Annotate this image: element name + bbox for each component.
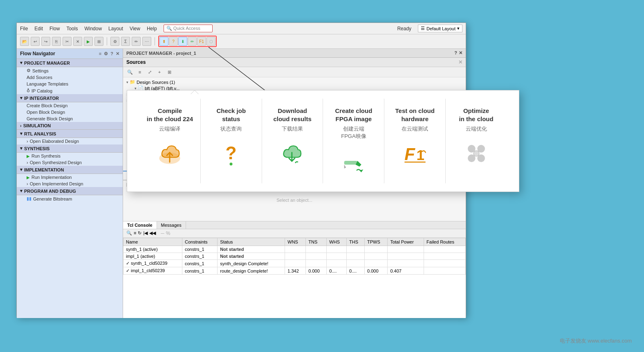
nav-item-open-block[interactable]: Open Block Design [17, 109, 123, 115]
menu-view[interactable]: View [130, 26, 140, 32]
cloud-item-create-fpga[interactable]: Create cloud FPGA image创建云端 FPGA映像 [323, 99, 384, 183]
col-tpws: TPWS [365, 238, 388, 246]
toolbar-bookmark-btn[interactable]: ⊞ [94, 37, 103, 46]
toolbar-cut-btn[interactable]: ✂ [63, 37, 72, 46]
nav-section-rtl[interactable]: ▾ RTL ANALYSIS [17, 130, 123, 138]
console-filter-btn[interactable]: ≡ [134, 230, 136, 236]
menu-flow[interactable]: Flow [49, 26, 60, 32]
toolbar-cloud-pencil-btn[interactable]: ✏ [188, 37, 197, 46]
menu-file[interactable]: File [20, 26, 28, 32]
svg-text:F: F [404, 144, 415, 164]
table-row[interactable]: ✓ synth_1_cld50239constrs_1synth_design … [123, 260, 466, 267]
popup-content: Compile in the cloud 224云端编译 Check job s… [127, 90, 519, 192]
console-refresh-btn[interactable]: ↻ [138, 230, 141, 236]
nav-item-gen-block[interactable]: Generate Block Design [17, 115, 123, 122]
nav-item-open-implemented[interactable]: › Open Implemented Design [17, 181, 123, 187]
flow-navigator-title: Flow Navigator [20, 51, 55, 56]
nav-item-gen-bitstream[interactable]: ▮▮ Generate Bitstream [17, 195, 123, 202]
toolbar-redo-btn[interactable]: ↪ [41, 37, 50, 46]
sources-expand-btn[interactable]: ⤢ [146, 68, 153, 76]
icon-filter[interactable]: ≡ [99, 51, 101, 56]
toolbar-script-btn[interactable]: ⋯ [142, 37, 151, 46]
toolbar-settings-btn[interactable]: ⚙ [110, 37, 119, 46]
col-whs: WHS [327, 238, 347, 246]
nav-item-open-elaborated[interactable]: › Open Elaborated Design [17, 138, 123, 144]
col-name: Name [123, 238, 182, 246]
nav-section-synthesis[interactable]: ▾ SYNTHESIS [17, 144, 123, 153]
nav-item-language-templates[interactable]: Language Templates [17, 81, 123, 87]
tab-tcl-console[interactable]: Tcl Console [123, 221, 157, 229]
toolbar-cloud-f1-btn[interactable]: F1 [197, 37, 206, 46]
menu-tools[interactable]: Tools [66, 26, 78, 32]
icon-settings[interactable]: ⚙ [104, 51, 108, 56]
pm-close-btn[interactable]: ✕ [459, 50, 462, 56]
table-row[interactable]: synth_1 (active)constrs_1Not started [123, 246, 466, 253]
nav-item-run-implementation[interactable]: ▶ Run Implementation [17, 174, 123, 181]
nav-item-run-synthesis[interactable]: ▶ Run Synthesis [17, 153, 123, 159]
svg-rect-3 [344, 161, 358, 165]
pm-question-btn[interactable]: ? [454, 50, 457, 56]
menu-help[interactable]: Help [147, 26, 157, 32]
project-manager-title: PROJECT MANAGER - project_1 [126, 51, 196, 56]
toolbar-undo-btn[interactable]: ↩ [31, 37, 40, 46]
console-back-btn[interactable]: ◀◀ [149, 230, 156, 236]
console-tabs: Tcl Console Messages [123, 221, 466, 229]
console-prev-btn[interactable]: |◀ [143, 230, 148, 236]
toolbar-edit-btn[interactable]: ✏ [132, 37, 141, 46]
menu-edit[interactable]: Edit [34, 26, 43, 32]
layout-select[interactable]: ☰ Default Layout ▾ [418, 25, 462, 32]
sources-add-btn[interactable]: + [156, 68, 163, 76]
toolbar-sigma-btn[interactable]: Σ [121, 37, 130, 46]
nav-section-program-debug[interactable]: ▾ PROGRAM AND DEBUG [17, 187, 123, 195]
flow-navigator-icons: ≡ ⚙ ? ✕ [99, 51, 119, 56]
menu-layout[interactable]: Layout [108, 26, 123, 32]
sources-filter-btn[interactable]: ≡ [136, 68, 144, 76]
nav-item-open-synthesized[interactable]: › Open Synthesized Design [17, 159, 123, 166]
nav-item-ip-catalog[interactable]: ♁ IP Catalog [17, 87, 123, 94]
sources-close-btn[interactable]: ✕ [458, 59, 462, 65]
ready-status: Ready [397, 26, 411, 32]
cloud-icon-compile [155, 139, 184, 168]
nav-section-project-manager[interactable]: ▾ PROJECT MANAGER [17, 59, 123, 67]
toolbar-cloud-upload-btn[interactable]: ⬆ [159, 37, 168, 46]
cloud-item-check-job[interactable]: Check job status状态查询 ? [201, 99, 262, 183]
toolbar-cloud-question-btn[interactable]: ? [169, 37, 178, 46]
flow-navigator-header: Flow Navigator ≡ ⚙ ? ✕ [17, 49, 123, 59]
tab-messages[interactable]: Messages [157, 221, 186, 229]
console-percent: % [166, 230, 171, 236]
cloud-item-title-optimize: Optimize in the cloud [459, 107, 493, 123]
toolbar-copy-btn[interactable]: ⎘ [52, 37, 61, 46]
sources-more-btn[interactable]: ⊞ [166, 68, 173, 76]
cloud-icon-test-cloud: F 1 [401, 139, 429, 168]
gear-icon: ⚙ [27, 68, 31, 73]
console-search-btn[interactable]: 🔍 [126, 230, 132, 236]
toolbar-cloud-download-btn[interactable]: ⬇ [178, 37, 187, 46]
sources-search-btn[interactable]: 🔍 [126, 68, 134, 76]
table-row[interactable]: ✓ impl_1_cld50239constrs_1route_design C… [123, 267, 466, 275]
icon-question[interactable]: ? [110, 51, 113, 56]
toolbar-cloud-dots-btn[interactable]: ⬡ [206, 37, 215, 46]
nav-item-settings[interactable]: ⚙ Settings [17, 67, 123, 74]
project-manager-controls: ? ✕ [454, 50, 462, 56]
nav-section-simulation[interactable]: › SIMULATION [17, 122, 123, 130]
toolbar-open-btn[interactable]: 📂 [20, 37, 29, 46]
tree-design-sources[interactable]: ▾ 📁 Design Sources (1) [126, 79, 462, 85]
ip-icon: ♁ [27, 88, 30, 93]
cloud-icon-create-fpga [339, 147, 368, 175]
cloud-item-compile[interactable]: Compile in the cloud 224云端编译 [139, 99, 201, 183]
bottom-panel: Tcl Console Messages 🔍 ≡ ↻ |◀ ◀◀ ─ % [123, 221, 466, 318]
nav-item-add-sources[interactable]: Add Sources [17, 74, 123, 81]
table-row[interactable]: impl_1 (active)constrs_1Not started [123, 253, 466, 260]
menu-window[interactable]: Window [84, 26, 102, 32]
toolbar-delete-btn[interactable]: ✕ [73, 37, 82, 46]
toolbar-run-btn[interactable]: ▶ [84, 37, 93, 46]
quick-access-search[interactable]: 🔍 Quick Access [164, 25, 213, 32]
nav-item-create-block[interactable]: Create Block Design [17, 102, 123, 109]
cloud-item-test-cloud[interactable]: Test on cloud hardware在云端测试 F 1 [384, 99, 446, 183]
cloud-item-download[interactable]: Download cloud results下载结果 [262, 99, 323, 183]
icon-close[interactable]: ✕ [116, 51, 119, 56]
nav-section-ip-integrator[interactable]: ▾ IP INTEGRATOR [17, 94, 123, 102]
nav-section-implementation[interactable]: ▾ IMPLEMENTATION [17, 166, 123, 174]
cloud-item-optimize[interactable]: Optimize in the cloud云端优化 [446, 99, 507, 183]
cloud-item-title-create-fpga: Create cloud FPGA image [335, 107, 372, 123]
